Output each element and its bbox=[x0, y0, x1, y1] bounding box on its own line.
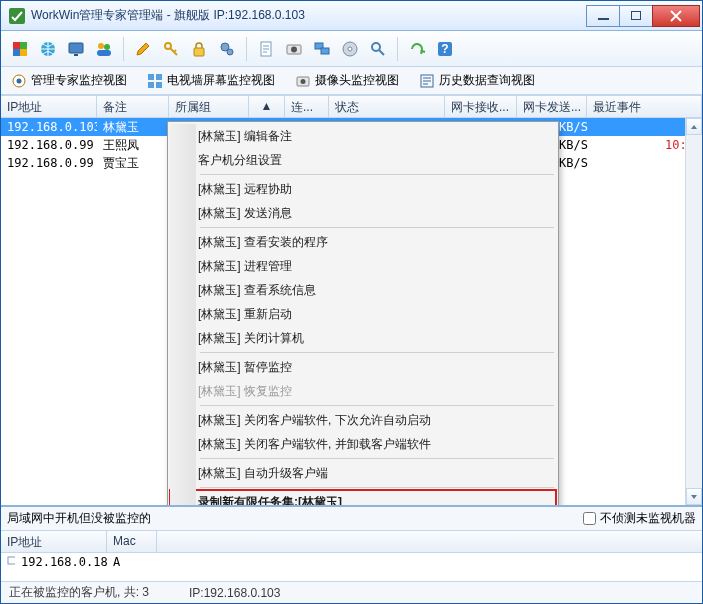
checkbox-input[interactable] bbox=[583, 512, 596, 525]
bottom-table-header: IP地址 Mac bbox=[1, 531, 702, 553]
menu-remote-assist[interactable]: [林黛玉] 远程协助 bbox=[170, 177, 556, 201]
svg-rect-27 bbox=[148, 74, 154, 80]
cell-mac: A bbox=[107, 554, 157, 570]
toolbar-help-icon[interactable]: ? bbox=[432, 36, 458, 62]
col-ip[interactable]: IP地址 bbox=[1, 96, 97, 117]
view-label: 摄像头监控视图 bbox=[315, 72, 399, 89]
toolbar-refresh-icon[interactable] bbox=[404, 36, 430, 62]
menu-shutdown[interactable]: [林黛玉] 关闭计算机 bbox=[170, 326, 556, 350]
svg-rect-30 bbox=[156, 82, 162, 88]
col-conn[interactable]: 连... bbox=[285, 96, 329, 117]
toolbar-page-icon[interactable] bbox=[253, 36, 279, 62]
menu-edit-note[interactable]: [林黛玉] 编辑备注 bbox=[170, 124, 556, 148]
svg-rect-10 bbox=[97, 50, 111, 56]
view-camera-button[interactable]: 摄像头监控视图 bbox=[291, 70, 403, 92]
view-history-button[interactable]: 历史数据查询视图 bbox=[415, 70, 539, 92]
maximize-button[interactable] bbox=[619, 5, 653, 27]
menu-pause-monitor[interactable]: [林黛玉] 暂停监控 bbox=[170, 355, 556, 379]
minimize-button[interactable] bbox=[586, 5, 620, 27]
view-monitor-button[interactable]: 管理专家监控视图 bbox=[7, 70, 131, 92]
context-menu: [林黛玉] 编辑备注 客户机分组设置 [林黛玉] 远程协助 [林黛玉] 发送消息… bbox=[167, 121, 559, 505]
col-note[interactable]: 备注 bbox=[97, 96, 169, 117]
svg-rect-28 bbox=[156, 74, 162, 80]
menu-send-message[interactable]: [林黛玉] 发送消息 bbox=[170, 201, 556, 225]
col-send[interactable]: 网卡发送... bbox=[517, 96, 587, 117]
main-toolbar: ? bbox=[1, 31, 702, 67]
svg-rect-19 bbox=[321, 48, 329, 54]
menu-process-manager[interactable]: [林黛玉] 进程管理 bbox=[170, 254, 556, 278]
svg-point-22 bbox=[372, 43, 380, 51]
cell-ip: 192.168.0.103 bbox=[1, 119, 97, 135]
table-header: IP地址 备注 所属组 ▲ 连... 状态 网卡接收... 网卡发送... 最近… bbox=[1, 96, 702, 118]
svg-rect-62 bbox=[8, 557, 15, 564]
menu-close-client-uninstall[interactable]: [林黛玉] 关闭客户端软件, 并卸载客户端软件 bbox=[170, 432, 556, 456]
view-label: 管理专家监控视图 bbox=[31, 72, 127, 89]
view-tvwall-button[interactable]: 电视墙屏幕监控视图 bbox=[143, 70, 279, 92]
menu-separator bbox=[200, 174, 554, 175]
menu-installed-programs[interactable]: [林黛玉] 查看安装的程序 bbox=[170, 230, 556, 254]
scroll-up-icon[interactable] bbox=[686, 118, 702, 135]
svg-point-8 bbox=[98, 43, 104, 49]
col-recv[interactable]: 网卡接收... bbox=[445, 96, 517, 117]
toolbar-camera-icon[interactable] bbox=[281, 36, 307, 62]
status-bar: 正在被监控的客户机, 共: 3 IP:192.168.0.103 bbox=[1, 581, 702, 603]
col-ip[interactable]: IP地址 bbox=[1, 531, 107, 552]
toolbar-monitor-icon[interactable] bbox=[63, 36, 89, 62]
col-status[interactable]: 状态 bbox=[329, 96, 445, 117]
toolbar-key-icon[interactable] bbox=[158, 36, 184, 62]
menu-separator bbox=[200, 487, 554, 488]
toolbar-separator bbox=[123, 37, 124, 61]
menu-record-new-taskset[interactable]: 录制新有限任务集:[林黛玉] bbox=[170, 490, 556, 505]
toolbar-separator bbox=[246, 37, 247, 61]
toolbar-lock-icon[interactable] bbox=[186, 36, 212, 62]
toolbar-disk-icon[interactable] bbox=[337, 36, 363, 62]
svg-rect-3 bbox=[13, 49, 20, 56]
svg-rect-12 bbox=[194, 48, 204, 56]
toolbar-globe-icon[interactable] bbox=[35, 36, 61, 62]
client-table: IP地址 备注 所属组 ▲ 连... 状态 网卡接收... 网卡发送... 最近… bbox=[1, 95, 702, 505]
menu-group-settings[interactable]: 客户机分组设置 bbox=[170, 148, 556, 172]
history-icon bbox=[419, 73, 435, 89]
menu-close-client-allow[interactable]: [林黛玉] 关闭客户端软件, 下次允许自动启动 bbox=[170, 408, 556, 432]
window-title: WorkWin管理专家管理端 - 旗舰版 IP:192.168.0.103 bbox=[31, 7, 587, 24]
svg-point-17 bbox=[291, 46, 297, 52]
titlebar: WorkWin管理专家管理端 - 旗舰版 IP:192.168.0.103 bbox=[1, 1, 702, 31]
window-controls bbox=[587, 5, 700, 27]
toolbar-users-icon[interactable] bbox=[91, 36, 117, 62]
menu-separator bbox=[200, 405, 554, 406]
menu-resume-monitor: [林黛玉] 恢复监控 bbox=[170, 379, 556, 403]
app-window: WorkWin管理专家管理端 - 旗舰版 IP:192.168.0.103 ? bbox=[0, 0, 703, 604]
col-group[interactable]: 所属组 bbox=[169, 96, 249, 117]
app-icon bbox=[9, 8, 25, 24]
menu-restart[interactable]: [林黛玉] 重新启动 bbox=[170, 302, 556, 326]
svg-point-9 bbox=[104, 44, 110, 50]
toolbar-search-icon[interactable] bbox=[365, 36, 391, 62]
status-count: 正在被监控的客户机, 共: 3 bbox=[9, 584, 149, 601]
grid-icon bbox=[147, 73, 163, 89]
checkbox-label: 不侦测未监视机器 bbox=[600, 510, 696, 527]
scroll-down-icon[interactable] bbox=[686, 488, 702, 505]
svg-rect-4 bbox=[20, 49, 27, 56]
cell-note: 林黛玉 bbox=[97, 118, 169, 137]
cell-ip: 192.168.0.99 bbox=[1, 137, 97, 153]
table-row[interactable]: 192.168.0.18 A bbox=[1, 553, 702, 571]
view-bar: 管理专家监控视图 电视墙屏幕监控视图 摄像头监控视图 历史数据查询视图 bbox=[1, 67, 702, 95]
svg-text:?: ? bbox=[441, 42, 448, 56]
close-button[interactable] bbox=[652, 5, 700, 27]
col-event[interactable]: 最近事件 bbox=[587, 96, 702, 117]
vertical-scrollbar[interactable] bbox=[685, 118, 702, 505]
toolbar-screens-icon[interactable] bbox=[309, 36, 335, 62]
toolbar-gears-icon[interactable] bbox=[214, 36, 240, 62]
menu-system-info[interactable]: [林黛玉] 查看系统信息 bbox=[170, 278, 556, 302]
col-sort[interactable]: ▲ bbox=[249, 96, 285, 117]
toolbar-brush-icon[interactable] bbox=[130, 36, 156, 62]
col-mac[interactable]: Mac bbox=[107, 531, 157, 552]
no-detect-checkbox[interactable]: 不侦测未监视机器 bbox=[583, 510, 696, 527]
bottom-header: 局域网中开机但没被监控的 不侦测未监视机器 bbox=[1, 507, 702, 531]
menu-separator bbox=[200, 227, 554, 228]
menu-auto-upgrade[interactable]: [林黛玉] 自动升级客户端 bbox=[170, 461, 556, 485]
cell-note: 王熙凤 bbox=[97, 136, 169, 155]
menu-separator bbox=[200, 458, 554, 459]
cell-note: 贾宝玉 bbox=[97, 154, 169, 173]
toolbar-flag-icon[interactable] bbox=[7, 36, 33, 62]
